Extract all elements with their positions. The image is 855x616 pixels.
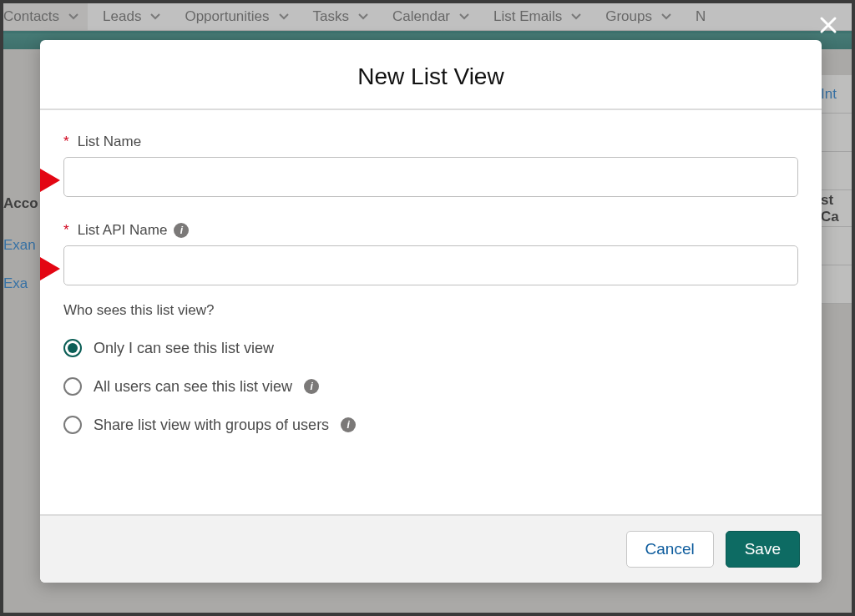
new-list-view-modal: New List View * List Name * List API Nam… xyxy=(40,40,822,583)
annotation-arrow-icon xyxy=(8,164,60,197)
close-icon[interactable] xyxy=(818,15,838,35)
list-name-label: * List Name xyxy=(63,134,798,150)
list-name-input[interactable] xyxy=(63,157,798,197)
radio-icon xyxy=(63,416,82,434)
info-icon[interactable]: i xyxy=(174,223,189,238)
required-icon: * xyxy=(63,222,69,239)
label-text: List Name xyxy=(78,134,142,150)
label-text: List API Name xyxy=(78,222,168,239)
cancel-button[interactable]: Cancel xyxy=(626,531,714,568)
radio-all-users[interactable]: All users can see this list view i xyxy=(63,377,798,396)
radio-label: Only I can see this list view xyxy=(94,340,274,357)
info-icon[interactable]: i xyxy=(304,379,319,394)
save-button[interactable]: Save xyxy=(726,531,800,568)
list-api-name-input[interactable] xyxy=(63,245,798,285)
modal-title: New List View xyxy=(40,40,822,109)
radio-share-groups[interactable]: Share list view with groups of users i xyxy=(63,416,798,434)
radio-label: All users can see this list view xyxy=(94,378,292,396)
radio-icon xyxy=(63,377,82,396)
visibility-question: Who sees this list view? xyxy=(63,302,798,319)
radio-icon xyxy=(63,339,82,357)
list-api-name-label: * List API Name i xyxy=(63,222,798,239)
info-icon[interactable]: i xyxy=(341,417,356,432)
modal-footer: Cancel Save xyxy=(40,514,822,583)
radio-label: Share list view with groups of users xyxy=(94,417,329,434)
required-icon: * xyxy=(63,134,69,150)
radio-only-me[interactable]: Only I can see this list view xyxy=(63,339,798,357)
annotation-arrow-icon xyxy=(8,252,60,285)
